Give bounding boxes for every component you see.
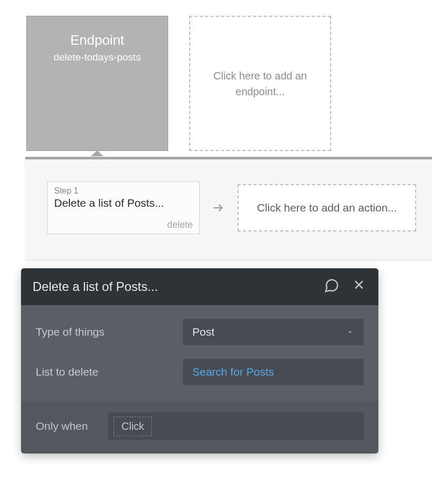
- close-icon[interactable]: [351, 278, 367, 296]
- step-title: Delete a list of Posts...: [54, 197, 193, 209]
- comment-icon[interactable]: [324, 278, 340, 296]
- add-action-placeholder: Click here to add an action...: [257, 201, 397, 214]
- list-to-delete-input[interactable]: Search for Posts: [183, 359, 364, 385]
- step-number-label: Step 1: [54, 186, 193, 196]
- type-of-things-value: Post: [192, 326, 214, 338]
- add-action-card[interactable]: Click here to add an action...: [238, 184, 416, 231]
- type-of-things-select[interactable]: Post: [183, 319, 364, 345]
- endpoint-card-title: Endpoint: [70, 32, 125, 48]
- add-endpoint-placeholder: Click here to add an endpoint...: [206, 68, 314, 99]
- workflow-strip: Step 1 Delete a list of Posts... delete …: [25, 157, 432, 260]
- step-card[interactable]: Step 1 Delete a list of Posts... delete: [47, 182, 200, 234]
- endpoint-card[interactable]: Endpoint delete-todays-posts: [26, 16, 168, 151]
- only-when-condition-input[interactable]: Click: [108, 412, 364, 440]
- step-type-label: delete: [167, 219, 193, 230]
- arrow-right-icon: [211, 200, 226, 215]
- endpoint-card-name: delete-todays-posts: [54, 52, 141, 63]
- add-endpoint-card[interactable]: Click here to add an endpoint...: [189, 16, 331, 151]
- panel-header: Delete a list of Posts...: [21, 268, 378, 305]
- type-of-things-label: Type of things: [36, 326, 183, 338]
- list-to-delete-value: Search for Posts: [192, 366, 274, 378]
- panel-footer: Only when Click: [21, 402, 378, 453]
- panel-body: Type of things Post List to delete Searc…: [21, 305, 378, 402]
- only-when-label: Only when: [36, 420, 108, 432]
- list-to-delete-label: List to delete: [36, 366, 183, 378]
- only-when-click-chip[interactable]: Click: [114, 417, 152, 436]
- action-property-panel: Delete a list of Posts... Type of things…: [21, 268, 378, 453]
- panel-title: Delete a list of Posts...: [33, 279, 158, 294]
- caret-down-icon: [346, 328, 354, 336]
